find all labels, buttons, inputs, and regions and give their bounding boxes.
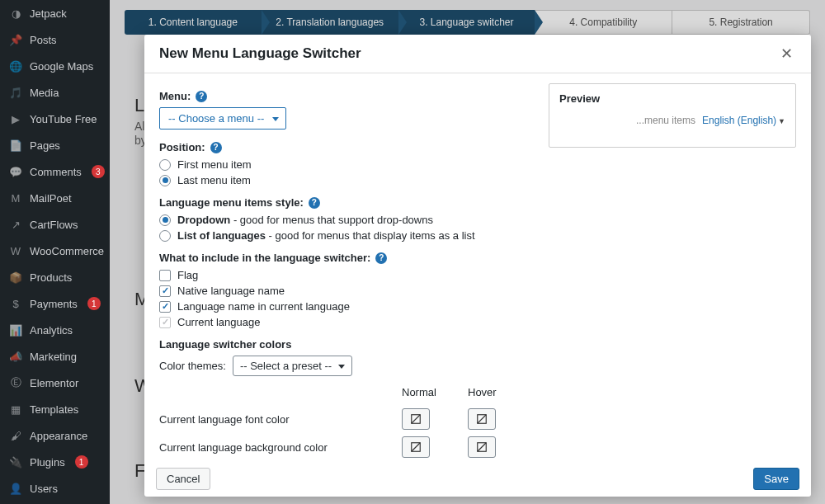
media-icon: 🎵 bbox=[8, 85, 23, 100]
elementor-icon: Ⓔ bbox=[8, 375, 23, 390]
checkbox-icon bbox=[159, 270, 171, 281]
include-currentname-checkbox[interactable]: Language name in current language bbox=[159, 300, 539, 313]
close-icon[interactable]: ✕ bbox=[777, 43, 796, 64]
language-switcher-modal: New Menu Language Switcher ✕ Preview ...… bbox=[144, 35, 811, 497]
svg-line-5 bbox=[412, 443, 421, 452]
checkbox-label: Flag bbox=[177, 269, 198, 281]
checkbox-label: Language name in current language bbox=[177, 300, 350, 313]
sidebar-item-cartflows[interactable]: ↗CartFlows bbox=[0, 211, 110, 238]
menu-select[interactable]: -- Choose a menu -- bbox=[159, 107, 286, 130]
position-label: Position:? bbox=[159, 141, 539, 153]
preview-row: ...menu items English (English)▼ bbox=[559, 115, 785, 126]
admin-sidebar: ◑Jetpack 📌Posts 🌐Google Maps 🎵Media ▶You… bbox=[0, 0, 110, 504]
preview-lang-text: English (English) bbox=[702, 115, 776, 126]
no-color-icon bbox=[476, 413, 488, 425]
select-value: -- Choose a menu -- bbox=[168, 112, 264, 125]
help-icon[interactable]: ? bbox=[210, 142, 222, 153]
no-color-icon bbox=[476, 441, 488, 453]
save-button[interactable]: Save bbox=[753, 468, 799, 490]
preview-panel: Preview ...menu items English (English)▼ bbox=[549, 83, 796, 148]
sidebar-item-templates[interactable]: ▦Templates bbox=[0, 396, 110, 422]
sidebar-item-label: Marketing bbox=[30, 351, 77, 363]
preview-placeholder: ...menu items bbox=[636, 115, 695, 126]
radio-label: Dropdown - good for menus that support d… bbox=[177, 214, 433, 226]
preview-title: Preview bbox=[559, 92, 785, 105]
checkbox-label: Native language name bbox=[177, 285, 285, 297]
label-text: Language menu items style: bbox=[159, 196, 304, 209]
include-flag-checkbox[interactable]: Flag bbox=[159, 269, 539, 281]
sidebar-item-comments[interactable]: 💬Comments3 bbox=[0, 158, 110, 185]
bg-color-normal-swatch[interactable] bbox=[402, 436, 430, 458]
chevron-down-icon: ▼ bbox=[778, 117, 785, 125]
include-native-checkbox[interactable]: Native language name bbox=[159, 285, 539, 297]
style-dropdown-radio[interactable]: Dropdown - good for menus that support d… bbox=[159, 214, 539, 226]
preview-language-dropdown[interactable]: English (English)▼ bbox=[702, 115, 785, 126]
label-text: Position: bbox=[159, 141, 205, 153]
color-themes-select[interactable]: -- Select a preset -- bbox=[233, 356, 352, 376]
position-last-radio[interactable]: Last menu item bbox=[159, 174, 539, 186]
sidebar-item-youtube[interactable]: ▶YouTube Free bbox=[0, 106, 110, 132]
include-current-checkbox[interactable]: Current language bbox=[159, 316, 539, 328]
sidebar-item-label: Templates bbox=[30, 403, 78, 416]
sidebar-item-woocommerce[interactable]: WWooCommerce bbox=[0, 238, 110, 264]
sidebar-item-elementor[interactable]: ⒺElementor bbox=[0, 370, 110, 396]
help-icon[interactable]: ? bbox=[196, 91, 207, 102]
style-list-radio[interactable]: List of languages - good for menus that … bbox=[159, 229, 539, 242]
sidebar-item-users[interactable]: 👤Users bbox=[0, 475, 110, 502]
bg-color-hover-swatch[interactable] bbox=[468, 436, 496, 458]
colors-label: Language switcher colors bbox=[159, 338, 539, 351]
plugins-badge: 1 bbox=[75, 455, 88, 469]
sidebar-item-pages[interactable]: 📄Pages bbox=[0, 132, 110, 158]
style-label: Language menu items style:? bbox=[159, 196, 539, 209]
help-icon[interactable]: ? bbox=[309, 197, 320, 209]
sidebar-item-posts[interactable]: 📌Posts bbox=[0, 26, 110, 53]
col-hover-header: Hover bbox=[468, 386, 534, 398]
help-icon[interactable]: ? bbox=[375, 252, 387, 264]
radio-icon bbox=[159, 175, 171, 186]
sidebar-item-label: CartFlows bbox=[30, 219, 78, 231]
sidebar-item-google-maps[interactable]: 🌐Google Maps bbox=[0, 53, 110, 79]
no-color-icon bbox=[410, 413, 422, 425]
checkbox-icon bbox=[159, 285, 171, 297]
sidebar-item-analytics[interactable]: 📊Analytics bbox=[0, 317, 110, 343]
position-first-radio[interactable]: First menu item bbox=[159, 158, 539, 171]
template-icon: ▦ bbox=[8, 402, 23, 417]
plug-icon: 🔌 bbox=[8, 455, 23, 469]
sidebar-item-payments[interactable]: $Payments1 bbox=[0, 290, 110, 317]
label-text: Menu: bbox=[159, 90, 191, 102]
sidebar-item-label: MailPoet bbox=[30, 192, 72, 205]
sidebar-item-label: Plugins bbox=[30, 456, 65, 469]
sidebar-item-mailpoet[interactable]: MMailPoet bbox=[0, 185, 110, 211]
font-color-normal-swatch[interactable] bbox=[402, 408, 430, 430]
sidebar-item-media[interactable]: 🎵Media bbox=[0, 79, 110, 106]
brush-icon: 🖌 bbox=[8, 428, 23, 443]
sidebar-item-jetpack[interactable]: ◑Jetpack bbox=[0, 0, 110, 26]
comment-icon: 💬 bbox=[8, 164, 23, 179]
checkbox-icon bbox=[159, 301, 171, 313]
sidebar-item-label: YouTube Free bbox=[30, 113, 97, 125]
sidebar-item-marketing[interactable]: 📣Marketing bbox=[0, 343, 110, 370]
modal-title: New Menu Language Switcher bbox=[159, 45, 361, 62]
woo-icon: W bbox=[8, 243, 23, 258]
sidebar-item-label: Posts bbox=[30, 34, 57, 46]
cancel-button[interactable]: Cancel bbox=[156, 468, 210, 490]
chart-icon: 📊 bbox=[8, 323, 23, 337]
radio-label: First menu item bbox=[177, 158, 252, 171]
flow-icon: ↗ bbox=[8, 217, 23, 232]
sidebar-item-label: Media bbox=[30, 87, 59, 99]
sidebar-item-appearance[interactable]: 🖌Appearance bbox=[0, 422, 110, 449]
svg-line-3 bbox=[478, 415, 487, 424]
radio-icon bbox=[159, 230, 171, 242]
font-color-hover-swatch[interactable] bbox=[468, 408, 496, 430]
radio-icon bbox=[159, 159, 171, 171]
jetpack-icon: ◑ bbox=[8, 6, 23, 21]
row-font-label: Current language font color bbox=[159, 413, 402, 426]
sidebar-item-products[interactable]: 📦Products bbox=[0, 264, 110, 290]
user-icon: 👤 bbox=[8, 481, 23, 496]
sidebar-item-plugins[interactable]: 🔌Plugins1 bbox=[0, 449, 110, 475]
svg-line-1 bbox=[412, 415, 421, 424]
megaphone-icon: 📣 bbox=[8, 349, 23, 364]
box-icon: 📦 bbox=[8, 270, 23, 285]
no-color-icon bbox=[410, 441, 422, 453]
select-value: -- Select a preset -- bbox=[240, 360, 332, 372]
